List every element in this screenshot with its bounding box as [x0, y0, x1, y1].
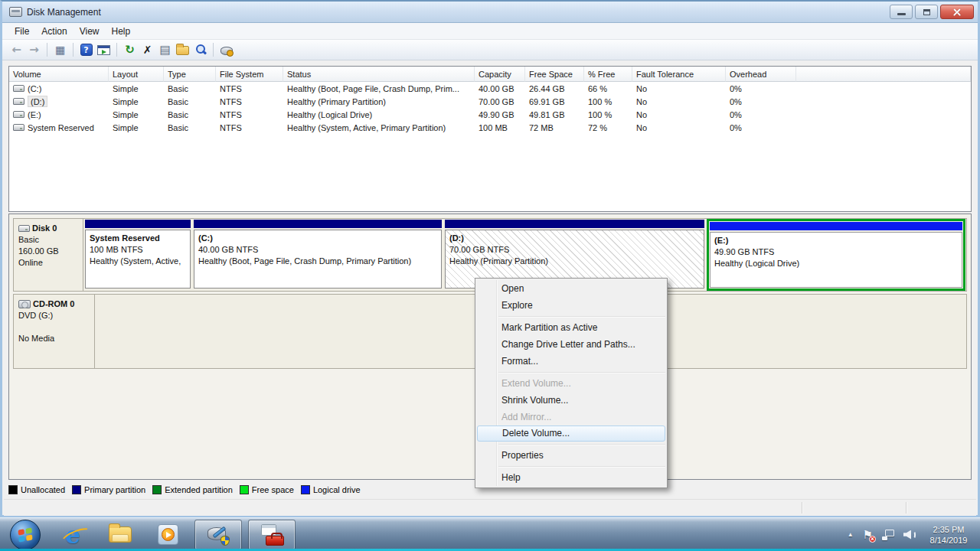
disk-settings-icon[interactable]: [218, 42, 234, 58]
status-bar: [4, 499, 976, 516]
column-header-overhead[interactable]: Overhead: [726, 67, 796, 82]
menu-item-format[interactable]: Format...: [475, 353, 667, 370]
menu-file[interactable]: File: [8, 24, 35, 38]
title-bar[interactable]: Disk Management: [2, 2, 978, 23]
legend-swatch: [152, 485, 162, 494]
column-header-free-space[interactable]: Free Space: [525, 67, 584, 82]
table-row-system-reserved[interactable]: System Reserved Simple Basic NTFS Health…: [9, 121, 971, 134]
minimize-button[interactable]: [890, 5, 913, 19]
toolbar: ← → ▦ ? ↻ ✗ ▤: [2, 40, 978, 60]
cell-layout: Simple: [109, 97, 164, 106]
column-header-fault-tolerance[interactable]: Fault Tolerance: [632, 67, 726, 82]
partition-size: 49.90 GB NTFS: [714, 246, 958, 258]
cell-overhead: 0%: [726, 84, 796, 93]
cell-capacity: 70.00 GB: [475, 97, 525, 106]
cdrom-kind: DVD (G:): [18, 310, 90, 321]
cell-status: Healthy (System, Active, Primary Partiti…: [283, 123, 475, 132]
taskbar-internet-explorer[interactable]: e: [52, 520, 93, 550]
cell-fs: NTFS: [216, 97, 283, 106]
restore-button[interactable]: [915, 5, 938, 19]
toolbar-separator: [213, 43, 214, 57]
tray-clock[interactable]: 2:35 PM 8/14/2019: [925, 524, 972, 546]
show-hidden-icons-icon[interactable]: ▲: [848, 531, 854, 538]
legend-extended-partition: Extended partition: [152, 485, 233, 494]
partition-title: System Reserved: [90, 233, 186, 244]
partition-system-reserved[interactable]: System Reserved 100 MB NTFS Healthy (Sys…: [84, 219, 191, 291]
close-button[interactable]: [940, 5, 974, 19]
back-icon[interactable]: ←: [8, 42, 24, 58]
menu-item-open[interactable]: Open: [475, 280, 667, 297]
taskbar-windows-explorer[interactable]: [100, 520, 141, 550]
menu-item-change-drive-letter[interactable]: Change Drive Letter and Paths...: [475, 336, 667, 353]
cell-volume: System Reserved: [28, 123, 94, 132]
start-button[interactable]: [5, 520, 46, 550]
column-header-pct-free[interactable]: % Free: [584, 67, 632, 82]
partition-strip: [710, 222, 962, 230]
table-row-c[interactable]: (C:) Simple Basic NTFS Healthy (Boot, Pa…: [9, 82, 971, 95]
column-header-capacity[interactable]: Capacity: [475, 67, 525, 82]
menu-bar: File Action View Help: [2, 23, 978, 40]
taskbar-media-player[interactable]: [147, 520, 188, 550]
cell-fault-tolerance: No: [632, 123, 726, 132]
menu-item-shrink-volume[interactable]: Shrink Volume...: [475, 392, 667, 409]
column-header-type[interactable]: Type: [164, 67, 216, 82]
cell-overhead: 0%: [726, 97, 796, 106]
cell-type: Basic: [164, 123, 216, 132]
column-header-status[interactable]: Status: [283, 67, 475, 82]
menu-item-explore[interactable]: Explore: [475, 297, 667, 314]
table-row-e[interactable]: (E:) Simple Basic NTFS Healthy (Logical …: [9, 108, 971, 121]
forward-icon[interactable]: →: [26, 42, 42, 58]
cell-fault-tolerance: No: [632, 84, 726, 93]
action-pane-icon[interactable]: [96, 42, 112, 58]
cell-fault-tolerance: No: [632, 110, 726, 119]
taskbar-apps: e: [0, 518, 296, 551]
partition-e-logical[interactable]: (E:) 49.90 GB NTFS Healthy (Logical Driv…: [707, 219, 965, 291]
media-player-icon: [158, 524, 178, 545]
menu-view[interactable]: View: [74, 24, 106, 38]
legend-free-space: Free space: [240, 485, 294, 494]
menu-item-properties[interactable]: Properties: [475, 447, 667, 464]
drive-icon: [13, 111, 24, 118]
disk0-label[interactable]: Disk 0 Basic 160.00 GB Online: [14, 219, 83, 291]
cell-free: 26.44 GB: [525, 84, 584, 93]
screen: Disk Management File Action View Help ← …: [0, 0, 980, 551]
help-icon[interactable]: ?: [78, 42, 94, 58]
cell-fs: NTFS: [216, 110, 283, 119]
menu-item-delete-volume[interactable]: Delete Volume...: [477, 425, 665, 442]
action-center-flag-icon[interactable]: ⚑x: [863, 528, 873, 542]
cdrom-icon: [18, 300, 31, 308]
refresh-icon[interactable]: ↻: [122, 42, 138, 58]
cell-layout: Simple: [109, 110, 164, 119]
column-header-volume[interactable]: Volume: [9, 67, 109, 82]
disk0-status: Online: [18, 257, 78, 269]
properties-icon[interactable]: ▤: [157, 42, 173, 58]
delete-icon[interactable]: ✗: [139, 42, 155, 58]
restore-icon: [923, 9, 930, 15]
column-header-layout[interactable]: Layout: [109, 67, 164, 82]
network-icon[interactable]: [882, 530, 894, 540]
cell-free: 72 MB: [525, 123, 584, 132]
cell-layout: Simple: [109, 123, 164, 132]
menu-help[interactable]: Help: [106, 24, 137, 38]
find-icon[interactable]: [192, 42, 208, 58]
partition-c[interactable]: (C:) 40.00 GB NTFS Healthy (Boot, Page F…: [193, 219, 443, 291]
console-window-icon[interactable]: ▦: [52, 42, 68, 58]
menu-action[interactable]: Action: [35, 24, 73, 38]
table-row-d[interactable]: (D:) Simple Basic NTFS Healthy (Primary …: [9, 95, 971, 108]
menu-separator: [498, 316, 665, 317]
cell-pct-free: 72 %: [584, 123, 632, 132]
cell-status: Healthy (Primary Partition): [283, 97, 475, 106]
volume-icon[interactable]: [903, 530, 916, 540]
column-header-file-system[interactable]: File System: [216, 67, 283, 82]
menu-item-help[interactable]: Help: [475, 469, 667, 486]
taskbar-disk-management[interactable]: [194, 520, 242, 550]
open-folder-icon[interactable]: [175, 42, 191, 58]
cdrom-label[interactable]: CD-ROM 0 DVD (G:) No Media: [14, 295, 95, 368]
taskbar-toolbox[interactable]: [248, 520, 296, 550]
cdrom-name: CD-ROM 0: [33, 298, 74, 310]
partition-strip: [445, 220, 704, 228]
drive-icon: [13, 98, 24, 105]
cell-capacity: 40.00 GB: [475, 84, 525, 93]
close-icon: [952, 8, 962, 16]
menu-item-mark-partition-active[interactable]: Mark Partition as Active: [475, 319, 667, 336]
